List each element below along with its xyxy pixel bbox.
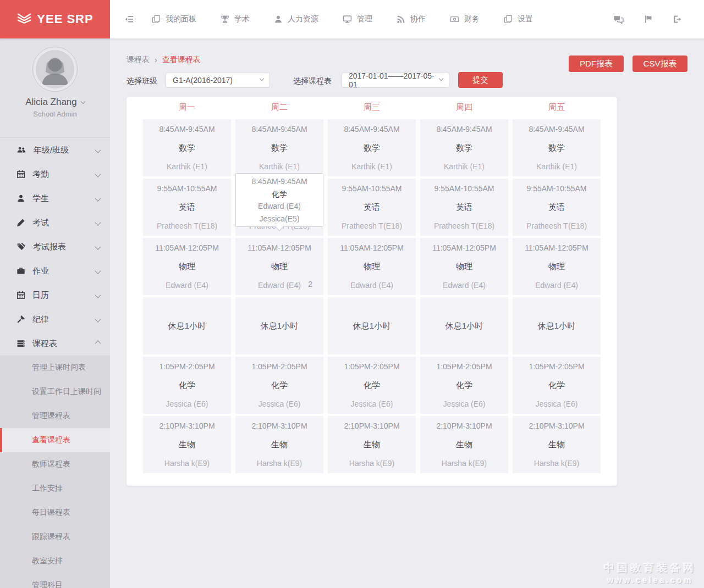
class-time: 2:10PM-3:10PM xyxy=(143,421,231,430)
sidebar-item-grades-classes[interactable]: 年级/班级 xyxy=(0,138,110,162)
class-cell[interactable]: 1:05PM-2:05PM化学Jessica (E6) xyxy=(235,357,323,414)
csv-report-button[interactable]: CSV报表 xyxy=(632,56,688,72)
sign-out-button[interactable] xyxy=(673,15,682,24)
flag-icon xyxy=(644,15,653,24)
brand-logo: YEE SRP xyxy=(0,0,110,38)
class-cell[interactable]: 1:05PM-2:05PM化学Jessica (E6) xyxy=(420,357,508,414)
sidebar-item-calendar[interactable]: 日历 xyxy=(0,283,110,307)
chevron-down-icon xyxy=(439,76,443,81)
class-cell[interactable]: 8:45AM-9:45AM数学Karthik (E1) xyxy=(420,119,508,176)
outdent-icon xyxy=(124,15,134,24)
class-cell[interactable]: 2:10PM-3:10PM生物Harsha k(E9) xyxy=(513,416,601,473)
chevron-down-icon xyxy=(260,76,264,81)
flag-button[interactable] xyxy=(644,15,653,24)
sidebar-subitem-set-workday-times[interactable]: 设置工作日上课时间 xyxy=(0,380,110,404)
sidebar-subitem-track-timetable[interactable]: 跟踪课程表 xyxy=(0,525,110,549)
messages-button[interactable] xyxy=(613,15,624,24)
sidebar-item-label: 学生 xyxy=(32,193,49,204)
nav-item-settings[interactable]: 设置 xyxy=(504,14,533,24)
nav-item-admin[interactable]: 管理 xyxy=(343,14,372,24)
class-cell[interactable]: 11:05AM-12:05PM物理Edward (E4) xyxy=(513,238,601,295)
class-cell[interactable]: 8:45AM-9:45AM数学Karthik (E1) xyxy=(328,119,416,176)
sidebar-subitem-label: 每日课程表 xyxy=(32,508,70,518)
break-cell: 休息1小时 xyxy=(235,297,323,354)
class-cell[interactable]: 9:55AM-10:55AM英语Pratheesh T(E18) xyxy=(143,179,231,236)
sidebar-subitem-manage-class-times[interactable]: 管理上课时间表 xyxy=(0,356,110,380)
class-subject: 生物 xyxy=(420,440,508,450)
day-header: 周三 xyxy=(328,101,416,113)
class-cell[interactable]: 8:45AM-9:45AM数学Karthik (E1) xyxy=(235,119,323,176)
class-cell[interactable]: 1:05PM-2:05PM化学Jessica (E6) xyxy=(143,357,231,414)
breadcrumb-parent[interactable]: 课程表 xyxy=(127,55,150,65)
class-count-badge[interactable]: 2 xyxy=(308,280,312,289)
chevron-down-icon xyxy=(95,195,101,201)
sidebar-item-homework[interactable]: 作业 xyxy=(0,259,110,283)
nav-item-collaboration[interactable]: 协作 xyxy=(397,14,426,24)
class-subject: 化学 xyxy=(328,380,416,391)
calendar-icon xyxy=(16,291,25,299)
chevron-down-icon xyxy=(95,219,101,225)
breadcrumb: 课程表 › 查看课程表 xyxy=(127,55,201,65)
class-cell[interactable]: 11:05AM-12:05PM物理Edward (E4) xyxy=(143,238,231,295)
popup-teacher: Edward (E4) xyxy=(236,202,323,210)
class-cell[interactable]: 2:10PM-3:10PM生物Harsha k(E9) xyxy=(328,416,416,473)
top-nav-actions xyxy=(613,15,690,24)
sidebar-subitem-daily-timetable[interactable]: 每日课程表 xyxy=(0,501,110,525)
sidebar-item-timetable[interactable]: 课程表 xyxy=(0,331,110,356)
nav-item-finance[interactable]: 财务 xyxy=(450,14,480,24)
class-teacher: Karthik (E1) xyxy=(420,162,508,171)
class-time: 11:05AM-12:05PM xyxy=(328,243,416,252)
class-cell[interactable]: 8:45AM-9:45AM数学Karthik (E1) xyxy=(143,119,231,176)
break-cell: 休息1小时 xyxy=(420,297,508,354)
class-cell[interactable]: 2:10PM-3:10PM生物Harsha k(E9) xyxy=(235,416,323,473)
class-cell[interactable]: 11:05AM-12:05PM物理Edward (E4) xyxy=(420,238,508,295)
class-cell[interactable]: 1:05PM-2:05PM化学Jessica (E6) xyxy=(328,357,416,414)
class-select[interactable]: G1-A(2016-2017) xyxy=(166,72,270,88)
class-time: 8:45AM-9:45AM xyxy=(328,125,416,134)
class-cell[interactable]: 8:45AM-9:45AM数学Karthik (E1) xyxy=(513,119,601,176)
nav-item-dashboard[interactable]: 我的面板 xyxy=(152,14,196,24)
sidebar-item-exams[interactable]: 考试 xyxy=(0,210,110,235)
class-teacher: Harsha k(E9) xyxy=(328,459,416,468)
sidebar-subitem-teacher-timetable[interactable]: 教师课程表 xyxy=(0,452,110,476)
class-time: 2:10PM-3:10PM xyxy=(328,421,416,430)
timetable-select-label: 选择课程表 xyxy=(293,76,332,86)
class-subject: 物理 xyxy=(513,262,601,272)
submit-button[interactable]: 提交 xyxy=(458,72,503,88)
class-cell[interactable]: 2:10PM-3:10PM生物Harsha k(E9) xyxy=(143,416,231,473)
sidebar-subitem-work-arrangement[interactable]: 工作安排 xyxy=(0,476,110,501)
timetable-select[interactable]: 2017-01-01——2017-05-01 xyxy=(342,72,449,88)
sidebar-item-students[interactable]: 学生 xyxy=(0,186,110,210)
sidebar-subitem-label: 管理科目 xyxy=(32,580,63,588)
chevron-down-icon xyxy=(95,292,101,298)
break-label: 休息1小时 xyxy=(328,321,416,331)
popup-subject: 化学 xyxy=(236,190,323,198)
sidebar-item-attendance[interactable]: 考勤 xyxy=(0,162,110,186)
class-subject: 物理 xyxy=(328,262,416,272)
nav-item-academic[interactable]: 学术 xyxy=(221,14,250,24)
sidebar-subitem-classroom-arrangement[interactable]: 教室安排 xyxy=(0,549,110,573)
class-cell[interactable]: 11:05AM-12:05PM物理Edward (E4)2 xyxy=(235,238,323,295)
sidebar-subitem-manage-subjects[interactable]: 管理科目 xyxy=(0,573,110,588)
leaf-logo-icon xyxy=(16,13,32,26)
pdf-report-button[interactable]: PDF报表 xyxy=(569,56,624,72)
class-cell[interactable]: 9:55AM-10:55AM英语Pratheesh T(E18) xyxy=(420,179,508,236)
class-teacher: Karthik (E1) xyxy=(235,162,323,171)
user-menu[interactable]: Alicia Zhang xyxy=(0,97,110,108)
nav-item-hr[interactable]: 人力资源 xyxy=(274,14,318,24)
class-subject: 英语 xyxy=(328,202,416,213)
class-subject: 数学 xyxy=(420,143,508,153)
class-time: 1:05PM-2:05PM xyxy=(328,362,416,371)
class-time: 8:45AM-9:45AM xyxy=(235,125,323,134)
sidebar-subitem-view-timetable-active[interactable]: 查看课程表 xyxy=(0,428,110,452)
sidebar-toggle-button[interactable] xyxy=(124,15,134,24)
class-cell[interactable]: 9:55AM-10:55AM英语Pratheesh T(E18) xyxy=(513,179,601,236)
sidebar-item-exam-reports[interactable]: 考试报表 xyxy=(0,235,110,259)
sidebar-subitem-manage-timetable[interactable]: 管理课程表 xyxy=(0,404,110,428)
class-cell[interactable]: 11:05AM-12:05PM物理Edward (E4) xyxy=(328,238,416,295)
user-role: School Admin xyxy=(0,110,110,118)
class-cell[interactable]: 2:10PM-3:10PM生物Harsha k(E9) xyxy=(420,416,508,473)
class-cell[interactable]: 9:55AM-10:55AM英语Pratheesh T(E18) xyxy=(328,179,416,236)
class-cell[interactable]: 1:05PM-2:05PM化学Jessica (E6) xyxy=(513,357,601,414)
sidebar-item-discipline[interactable]: 纪律 xyxy=(0,307,110,331)
